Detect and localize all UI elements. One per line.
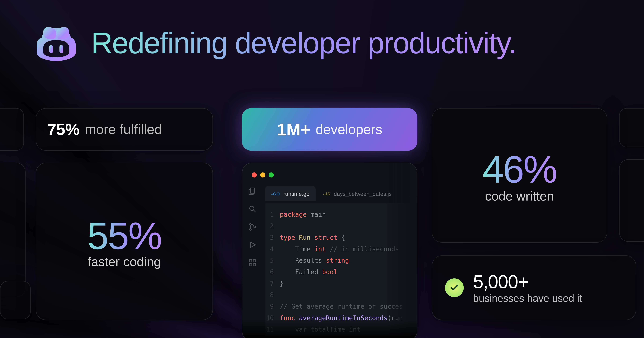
copilot-logo-icon: [36, 24, 77, 62]
stat-label: businesses have used it: [473, 292, 582, 304]
code-line: 1package main: [265, 209, 417, 220]
stat-value: 75%: [47, 120, 80, 138]
code-line: 4 Time int // in milliseconds: [265, 244, 417, 255]
stat-label: faster coding: [88, 254, 161, 269]
decorative-card: [0, 108, 24, 150]
svg-point-7: [254, 226, 256, 228]
svg-rect-1: [60, 45, 63, 53]
activity-bar: [248, 187, 257, 267]
search-icon: [248, 205, 257, 213]
stat-businesses: 5,000+ businesses have used it: [432, 256, 636, 320]
code-line: 2: [265, 220, 417, 232]
stat-faster-coding: 55% faster coding: [36, 162, 213, 320]
stat-label: developers: [316, 122, 382, 137]
stat-value: 46%: [482, 148, 557, 192]
svg-point-5: [250, 224, 251, 225]
stat-label: more fulfilled: [85, 122, 162, 137]
svg-rect-10: [249, 264, 252, 266]
stat-value: 1M+: [277, 120, 310, 139]
svg-rect-9: [249, 260, 252, 262]
decorative-card: [619, 108, 644, 147]
decorative-card: [0, 162, 26, 297]
code-area: 1package main23type Run struct {4 Time i…: [265, 203, 417, 338]
extensions-icon: [248, 258, 257, 267]
stat-value: 5,000+: [473, 271, 582, 292]
code-line: 7}: [265, 278, 417, 290]
svg-rect-2: [250, 188, 255, 193]
svg-rect-11: [253, 264, 256, 266]
code-line: 5 Results string: [265, 255, 417, 266]
decorative-card: [619, 159, 644, 242]
code-line: 10func averageRuntimeInSeconds(run: [265, 312, 417, 324]
maximize-dot-icon: [269, 172, 274, 178]
stat-label: code written: [485, 189, 554, 203]
decorative-card: [0, 281, 31, 319]
svg-rect-0: [49, 45, 53, 53]
svg-marker-8: [250, 242, 255, 248]
files-icon: [248, 187, 257, 195]
code-editor-preview: ‑GOruntime.go‑JSdays_between_dates.js 1p…: [242, 162, 418, 338]
stat-code-written: 46% code written: [432, 108, 607, 243]
code-line: 11 var totalTime int: [265, 324, 417, 336]
stat-fulfilled: 75% more fulfilled: [36, 108, 213, 150]
headline: Redefining developer productivity.: [91, 26, 516, 60]
svg-point-6: [250, 228, 251, 230]
svg-point-3: [250, 206, 254, 210]
code-line: 8: [265, 290, 417, 301]
editor-tabs: ‑GOruntime.go‑JSdays_between_dates.js: [265, 186, 417, 201]
editor-tab[interactable]: ‑JSdays_between_dates.js: [317, 186, 398, 201]
source-control-icon: [248, 223, 257, 231]
svg-rect-12: [253, 260, 256, 262]
stat-developers: 1M+ developers: [242, 108, 418, 150]
close-dot-icon: [252, 172, 257, 178]
editor-tab[interactable]: ‑GOruntime.go: [265, 186, 316, 201]
code-line: 6 Failed bool: [265, 266, 417, 278]
check-icon: [445, 278, 464, 297]
code-line: 3type Run struct {: [265, 232, 417, 244]
debug-icon: [248, 240, 257, 249]
minimize-dot-icon: [260, 172, 265, 178]
window-controls: [252, 172, 274, 178]
svg-line-4: [254, 210, 256, 212]
code-line: 9// Get average runtime of succes: [265, 301, 417, 312]
stat-value: 55%: [87, 214, 162, 258]
